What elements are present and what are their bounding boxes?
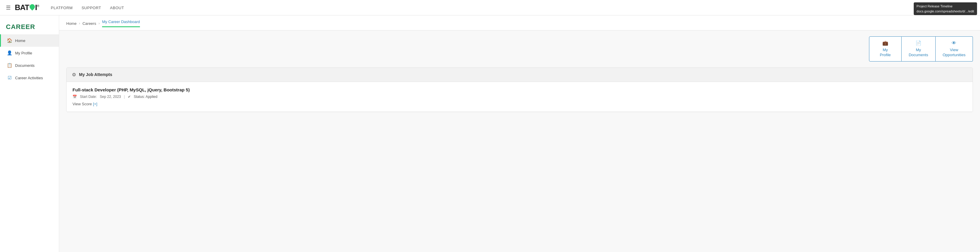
logo-leaf-icon [29,3,36,10]
sidebar-item-my-profile[interactable]: 👤 My Profile [0,47,59,59]
status-label: Status: Applied [134,95,158,99]
nav-platform[interactable]: PLATFORM [51,5,73,10]
my-documents-button-label: MyDocuments [909,48,928,58]
sidebar-item-documents[interactable]: 📋 Documents [0,59,59,71]
profile-icon: 👤 [7,50,12,55]
navbar-tooltip: Project Release Timeline docs.google.com… [914,2,977,15]
section-header: ⚙ My Job Attempts [67,68,973,82]
breadcrumb: Home › Careers › My Career Dashboard [66,19,973,30]
my-documents-button[interactable]: 📄 MyDocuments [902,36,935,62]
view-opportunities-icon: 👁 [951,40,956,46]
calendar-icon: 📅 [73,95,77,99]
career-activities-icon: ☑ [7,75,12,81]
sidebar-item-home-label: Home [15,38,25,43]
job-title: Full-stack Developer (PHP, MySQL, jQuery… [73,87,967,92]
my-profile-button-label: MyProfile [880,48,891,58]
start-date-value: Sep 22, 2023 [100,95,121,99]
job-meta: 📅 Start Date: Sep 22, 2023 | ✔ Status: A… [73,95,967,99]
menu-icon[interactable]: ☰ [6,5,11,11]
breadcrumb-home[interactable]: Home [66,21,76,26]
table-row: Full-stack Developer (PHP, MySQL, jQuery… [67,82,973,112]
view-score[interactable]: View Score [+] [73,102,967,106]
status-checkmark-icon: ✔ [128,95,131,99]
breadcrumb-bar: Home › Careers › My Career Dashboard [59,15,980,30]
job-attempts-section: ⚙ My Job Attempts Full-stack Developer (… [66,67,973,112]
sidebar-career-header: CAREER [0,18,59,34]
navbar: ☰ BATI® PLATFORM SUPPORT ABOUT Project R… [0,0,980,15]
my-profile-button-icon: 💼 [882,40,888,46]
view-opportunities-button-label: ViewOpportunities [943,48,966,58]
logo-text: BATI® [15,3,39,12]
sidebar-item-career-label: Career Activities [15,76,43,80]
main-nav: PLATFORM SUPPORT ABOUT [51,5,124,10]
start-date-label: Start Date: [80,95,97,99]
meta-separator: | [124,95,125,99]
section-title: My Job Attempts [79,72,112,77]
breadcrumb-careers[interactable]: Careers [83,21,96,26]
documents-icon: 📋 [7,63,12,68]
breadcrumb-sep-1: › [79,21,80,25]
breadcrumb-sep-2: › [99,21,100,25]
sidebar-item-profile-label: My Profile [15,51,32,55]
sidebar: CAREER 🏠 Home 👤 My Profile 📋 Documents ☑… [0,15,59,252]
page-layout: CAREER 🏠 Home 👤 My Profile 📋 Documents ☑… [0,15,980,252]
logo: BATI® [15,3,39,12]
view-score-expand-icon[interactable]: [+] [93,102,97,106]
my-documents-button-icon: 📄 [915,40,921,46]
sidebar-item-home[interactable]: 🏠 Home [0,34,59,47]
sidebar-item-career-activities[interactable]: ☑ Career Activities [0,71,59,84]
action-buttons-row: 💼 MyProfile 📄 MyDocuments 👁 ViewOpportun… [59,30,980,67]
home-icon: 🏠 [7,38,12,43]
section-header-icon: ⚙ [72,72,76,78]
nav-about[interactable]: ABOUT [110,5,124,10]
sidebar-item-documents-label: Documents [15,63,35,68]
view-opportunities-button[interactable]: 👁 ViewOpportunities [935,36,973,62]
my-profile-button[interactable]: 💼 MyProfile [869,36,902,62]
nav-support[interactable]: SUPPORT [82,5,101,10]
main-content: Home › Careers › My Career Dashboard 💼 M… [59,15,980,252]
breadcrumb-active: My Career Dashboard [102,19,140,27]
